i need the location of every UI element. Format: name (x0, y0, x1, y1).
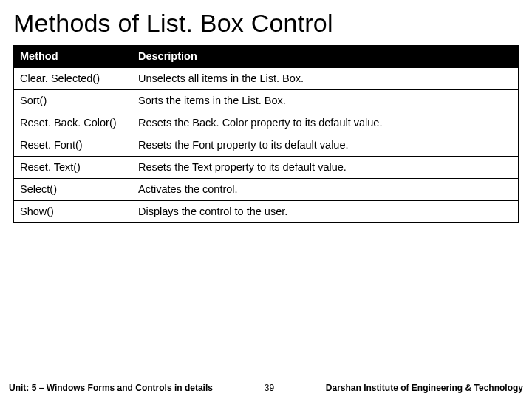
cell-description: Activates the control. (132, 179, 519, 201)
slide: Methods of List. Box Control Method Desc… (0, 0, 532, 399)
table-row: Reset. Font() Resets the Font property t… (14, 134, 519, 157)
footer-institute: Darshan Institute of Engineering & Techn… (326, 383, 523, 393)
table-row: Sort() Sorts the items in the List. Box. (14, 90, 519, 112)
footer-unit: Unit: 5 – Windows Forms and Controls in … (9, 383, 213, 393)
methods-table: Method Description Clear. Selected() Uns… (13, 45, 519, 223)
cell-description: Resets the Back. Color property to its d… (132, 112, 519, 134)
cell-method: Clear. Selected() (14, 68, 132, 90)
table-row: Select() Activates the control. (14, 179, 519, 201)
cell-description: Resets the Text property to its default … (132, 157, 519, 179)
footer: Unit: 5 – Windows Forms and Controls in … (0, 383, 532, 393)
table-row: Reset. Back. Color() Resets the Back. Co… (14, 112, 519, 134)
table-row: Reset. Text() Resets the Text property t… (14, 157, 519, 179)
cell-method: Reset. Text() (14, 157, 132, 179)
cell-description: Sorts the items in the List. Box. (132, 90, 519, 112)
cell-description: Unselects all items in the List. Box. (132, 68, 519, 90)
table-row: Show() Displays the control to the user. (14, 201, 519, 223)
footer-page: 39 (265, 383, 274, 393)
cell-description: Displays the control to the user. (132, 201, 519, 223)
cell-method: Show() (14, 201, 132, 223)
col-description: Description (132, 46, 519, 68)
cell-method: Sort() (14, 90, 132, 112)
cell-method: Reset. Back. Color() (14, 112, 132, 134)
cell-method: Select() (14, 179, 132, 201)
table-header-row: Method Description (14, 46, 519, 68)
col-method: Method (14, 46, 132, 68)
page-title: Methods of List. Box Control (0, 0, 532, 45)
cell-description: Resets the Font property to its default … (132, 134, 519, 157)
table-row: Clear. Selected() Unselects all items in… (14, 68, 519, 90)
cell-method: Reset. Font() (14, 134, 132, 157)
